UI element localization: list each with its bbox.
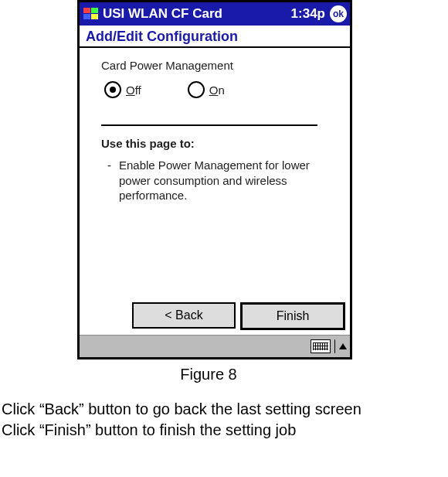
bottom-bar bbox=[80, 335, 350, 357]
radio-icon bbox=[188, 81, 205, 98]
radio-icon bbox=[104, 81, 121, 98]
divider-line bbox=[101, 124, 317, 126]
keyboard-toggle[interactable] bbox=[311, 339, 347, 353]
bullet-item: - Enable Power Management for lower powe… bbox=[101, 158, 336, 203]
svg-rect-3 bbox=[91, 14, 98, 19]
page-subheader: Add/Edit Configuration bbox=[80, 26, 350, 48]
button-row: < Back Finish bbox=[80, 298, 350, 335]
keyboard-icon bbox=[311, 339, 331, 353]
radio-off-label: Off bbox=[126, 83, 141, 97]
instruction-line-2: Click “Finish” button to finish the sett… bbox=[2, 420, 448, 441]
windows-start-icon[interactable] bbox=[83, 7, 100, 21]
window-title: USI WLAN CF Card bbox=[103, 6, 291, 22]
back-button[interactable]: < Back bbox=[132, 302, 236, 329]
radio-group-power: Off On bbox=[104, 81, 336, 98]
instruction-text: Click “Back” button to go back the last … bbox=[0, 399, 448, 441]
svg-rect-1 bbox=[91, 8, 98, 13]
pda-window: USI WLAN CF Card 1:34p ok Add/Edit Confi… bbox=[77, 0, 352, 359]
radio-on-label: On bbox=[209, 83, 225, 97]
figure-caption: Figure 8 bbox=[0, 366, 433, 383]
titlebar: USI WLAN CF Card 1:34p ok bbox=[80, 2, 350, 26]
section-label: Card Power Management bbox=[101, 59, 336, 72]
radio-off[interactable]: Off bbox=[104, 81, 141, 98]
ok-button[interactable]: ok bbox=[330, 5, 347, 22]
separator bbox=[334, 339, 335, 353]
document-page: USI WLAN CF Card 1:34p ok Add/Edit Confi… bbox=[0, 0, 448, 441]
use-heading: Use this page to: bbox=[101, 137, 336, 150]
bullet-dash: - bbox=[107, 158, 111, 203]
instruction-line-1: Click “Back” button to go back the last … bbox=[2, 399, 448, 420]
clock-time: 1:34p bbox=[291, 6, 325, 22]
content-area: Card Power Management Off On Use this pa… bbox=[80, 48, 350, 298]
svg-rect-0 bbox=[83, 8, 90, 13]
radio-on[interactable]: On bbox=[188, 81, 225, 98]
up-triangle-icon bbox=[339, 343, 347, 349]
svg-rect-2 bbox=[83, 14, 90, 19]
finish-button[interactable]: Finish bbox=[240, 302, 345, 330]
bullet-text: Enable Power Management for lower power … bbox=[119, 158, 313, 203]
